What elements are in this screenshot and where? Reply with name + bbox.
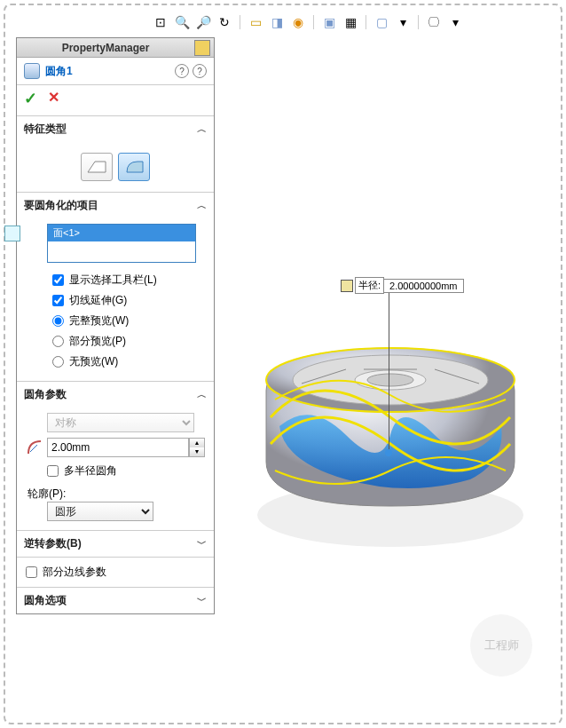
chevron-up-icon: ︿ [197, 388, 207, 401]
cancel-button[interactable]: ✕ [48, 89, 59, 108]
view-toolbar: ⊡ 🔍 🔎 ↻ ▭ ◨ ◉ ▣ ▦ ▢ ▾ 🖵 ▾ [153, 14, 463, 30]
section-icon[interactable]: ◨ [269, 14, 285, 30]
section-header-reverse[interactable]: 逆转参数(B) ﹀ [17, 531, 214, 557]
section-options: 圆角选项 ﹀ [17, 588, 214, 613]
section-title: 圆角参数 [24, 387, 67, 402]
section-feature-type: 特征类型 ︿ [17, 116, 214, 193]
callout-flag-icon [341, 280, 353, 292]
svg-point-4 [367, 374, 413, 386]
radius-icon [26, 439, 43, 456]
face-selection-icon[interactable] [4, 226, 20, 241]
partial-preview-radio[interactable]: 部分预览(P) [26, 331, 205, 352]
confirm-row: ✓ ✕ [17, 85, 214, 116]
panel-header: PropertyManager [17, 38, 214, 58]
help-detailed-icon[interactable]: ? [193, 64, 207, 78]
callout-value[interactable]: 2.00000000mm [384, 279, 463, 293]
profile-label: 轮廓(P): [26, 487, 205, 502]
model-preview [231, 89, 550, 586]
section-reverse: 逆转参数(B) ﹀ [17, 531, 214, 558]
selected-face[interactable]: 面<1> [48, 225, 195, 241]
tangent-checkbox[interactable]: 切线延伸(G) [26, 290, 205, 311]
fillet-type-face[interactable] [118, 153, 150, 181]
apply-scene-icon[interactable]: ▢ [373, 14, 389, 30]
radius-callout[interactable]: 半径: 2.00000000mm [341, 277, 464, 294]
section-partial-edge: 部分边线参数 [17, 558, 214, 588]
fillet-feature-icon [24, 63, 40, 79]
section-header-type[interactable]: 特征类型 ︿ [17, 116, 214, 142]
radius-spinner: ▲ ▼ [26, 438, 205, 457]
multi-radius-checkbox[interactable]: 多半径圆角 [26, 461, 205, 481]
view-orient-icon[interactable]: ◉ [290, 14, 306, 30]
camera-icon[interactable]: ▾ [395, 14, 411, 30]
spin-up-button[interactable]: ▲ [190, 439, 204, 447]
watermark: 工程师 [470, 614, 532, 677]
section-items: 要圆角化的项目 ︿ 面<1> 显示选择工具栏(L) 切线延伸(G) 完整预览(W… [17, 193, 214, 382]
panel-title: PropertyManager [17, 42, 194, 54]
pin-icon[interactable] [194, 40, 210, 56]
partial-edge-checkbox[interactable]: 部分边线参数 [17, 558, 214, 587]
section-params: 圆角参数 ︿ 对称 ▲ ▼ 多半径圆角 轮廓(P): 圆形 [17, 382, 214, 531]
radius-input[interactable] [47, 438, 189, 457]
section-header-params[interactable]: 圆角参数 ︿ [17, 382, 214, 408]
full-preview-radio[interactable]: 完整预览(W) [26, 311, 205, 331]
callout-anchor [385, 449, 392, 456]
section-title: 特征类型 [24, 122, 67, 137]
symmetry-select[interactable]: 对称 [47, 413, 194, 432]
display-style-icon[interactable]: ▭ [248, 14, 263, 30]
chevron-down-icon: ﹀ [197, 594, 207, 607]
spin-down-button[interactable]: ▼ [190, 447, 204, 456]
no-preview-radio[interactable]: 无预览(W) [26, 352, 205, 372]
chevron-up-icon: ︿ [197, 199, 207, 212]
chevron-up-icon: ︿ [197, 123, 207, 136]
callout-label: 半径: [355, 277, 384, 294]
zoom-icon[interactable]: 🔍 [174, 14, 190, 30]
zoom-area-icon[interactable]: 🔎 [195, 14, 211, 30]
shaded-icon[interactable]: ▣ [321, 14, 337, 30]
3d-viewport[interactable]: 半径: 2.00000000mm 工程师 [231, 53, 550, 712]
show-toolbar-checkbox[interactable]: 显示选择工具栏(L) [26, 270, 205, 290]
selection-list[interactable]: 面<1> [47, 224, 196, 263]
feature-name: 圆角1 [45, 64, 171, 79]
profile-select[interactable]: 圆形 [47, 502, 153, 521]
section-title: 圆角选项 [24, 593, 67, 608]
section-header-options[interactable]: 圆角选项 ﹀ [17, 588, 214, 613]
help-icon[interactable]: ? [175, 64, 189, 78]
fillet-type-constant[interactable] [81, 153, 113, 181]
zoom-fit-icon[interactable]: ⊡ [153, 14, 169, 30]
ok-button[interactable]: ✓ [24, 89, 37, 108]
section-header-items[interactable]: 要圆角化的项目 ︿ [17, 193, 214, 218]
chevron-down-icon: ﹀ [197, 537, 207, 550]
section-title: 要圆角化的项目 [24, 198, 98, 213]
fillet-type-row [26, 147, 205, 183]
rotate-icon[interactable]: ↻ [216, 14, 232, 30]
hidden-lines-icon[interactable]: ▦ [342, 14, 358, 30]
dropdown-icon[interactable]: ▾ [447, 14, 463, 30]
section-title: 逆转参数(B) [24, 536, 82, 551]
monitor-icon[interactable]: 🖵 [426, 14, 442, 30]
feature-title-row: 圆角1 ? ? [17, 58, 214, 85]
property-manager-panel: PropertyManager 圆角1 ? ? ✓ ✕ 特征类型 ︿ 要圆角化的… [16, 37, 215, 614]
callout-leader [389, 289, 389, 453]
